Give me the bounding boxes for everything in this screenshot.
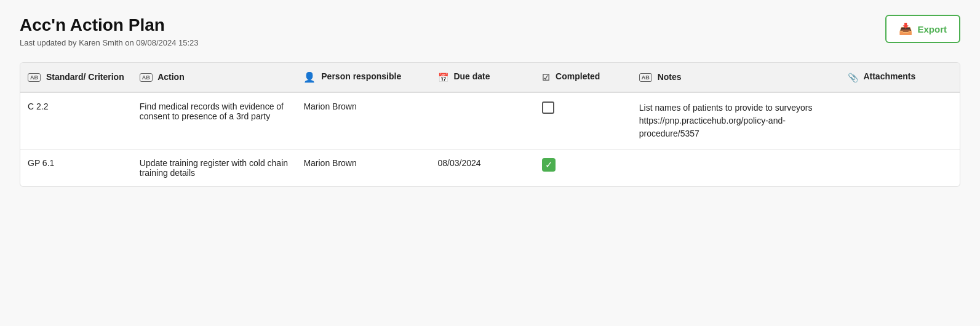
person-icon: 👤 (303, 71, 316, 83)
calendar-icon: 📅 (438, 73, 448, 82)
title-block: Acc'n Action Plan Last updated by Karen … (20, 15, 199, 47)
export-label: Export (917, 24, 947, 34)
cell-completed[interactable] (535, 92, 632, 149)
page-title: Acc'n Action Plan (20, 15, 199, 36)
cell-completed[interactable]: ✓ (535, 149, 632, 186)
action-plan-table: AB Standard/ Criterion AB Action 👤 Perso… (20, 62, 960, 187)
col-header-duedate: 📅 Due date (431, 63, 535, 92)
cell-attachments (840, 149, 960, 186)
col-header-action: AB Action (132, 63, 297, 92)
page-subtitle: Last updated by Karen Smith on 09/08/202… (20, 38, 199, 47)
checkbox-icon: ☑ (542, 73, 550, 82)
page-header: Acc'n Action Plan Last updated by Karen … (20, 15, 960, 47)
cell-action: Find medical records with evidence of co… (132, 92, 297, 149)
table-row: C 2.2Find medical records with evidence … (20, 92, 960, 149)
col-header-person: 👤 Person responsible (296, 63, 430, 92)
col-header-standard: AB Standard/ Criterion (20, 63, 132, 92)
col-header-attachments: 📎 Attachments (840, 63, 960, 92)
ab-icon-action: AB (140, 73, 153, 82)
col-header-notes: AB Notes (632, 63, 840, 92)
cell-duedate (431, 92, 535, 149)
clip-icon: 📎 (848, 73, 858, 82)
cell-person: Marion Brown (296, 92, 430, 149)
cell-notes (632, 149, 840, 186)
table-row: GP 6.1Update training register with cold… (20, 149, 960, 186)
completed-empty-checkbox[interactable] (542, 101, 554, 114)
cell-attachments (840, 92, 960, 149)
cell-standard: GP 6.1 (20, 149, 132, 186)
cell-standard: C 2.2 (20, 92, 132, 149)
notes-text: List names of patients to provide to sur… (639, 103, 813, 138)
export-button[interactable]: 📥 Export (885, 15, 960, 43)
cell-notes: List names of patients to provide to sur… (632, 92, 840, 149)
export-icon: 📥 (899, 22, 912, 36)
cell-person: Marion Brown (296, 149, 430, 186)
ab-icon-notes: AB (639, 73, 652, 82)
ab-icon-standard: AB (28, 73, 41, 82)
col-header-completed: ☑ Completed (535, 63, 632, 92)
cell-action: Update training register with cold chain… (132, 149, 297, 186)
table-header-row: AB Standard/ Criterion AB Action 👤 Perso… (20, 63, 960, 92)
completed-checked-icon: ✓ (542, 158, 556, 172)
cell-duedate: 08/03/2024 (431, 149, 535, 186)
